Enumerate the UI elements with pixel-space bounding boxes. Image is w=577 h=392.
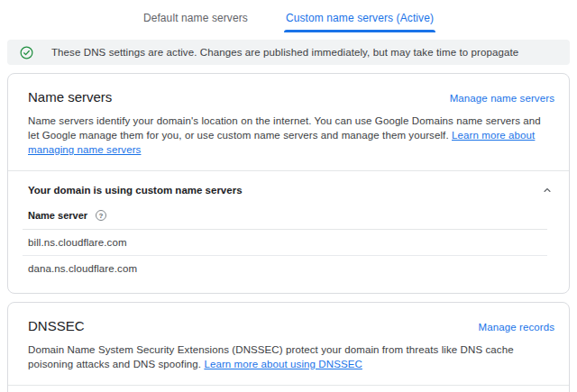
custom-name-servers-section: Your domain is using custom name servers [8, 171, 569, 206]
manage-name-servers-link[interactable]: Manage name servers [450, 93, 554, 104]
dnssec-description: Domain Name System Security Extensions (… [8, 333, 569, 385]
dns-active-banner: These DNS settings are active. Changes a… [7, 40, 570, 65]
help-icon[interactable]: ? [96, 210, 106, 221]
name-server-table: Name server ? bill.ns.cloudflare.com dan… [23, 206, 547, 281]
dnssec-card-header: DNSSEC Manage records [8, 303, 569, 333]
dnssec-title: DNSSEC [28, 318, 85, 333]
check-circle-icon [20, 46, 33, 59]
manage-records-link[interactable]: Manage records [479, 322, 555, 333]
custom-name-servers-section-title: Your domain is using custom name servers [28, 185, 243, 196]
content-area: These DNS settings are active. Changes a… [0, 38, 577, 392]
dnssec-empty-state: No DNSSEC records have been set up [8, 386, 569, 392]
collapse-section-button[interactable] [540, 183, 554, 197]
name-server-tabs: Default name servers Custom name servers… [0, 0, 577, 38]
banner-message: These DNS settings are active. Changes a… [51, 47, 518, 58]
chevron-up-icon [542, 185, 553, 196]
name-server-column-header: Name server [28, 210, 87, 221]
name-servers-card-header: Name servers Manage name servers [8, 74, 569, 105]
table-row: dana.ns.cloudflare.com [23, 256, 547, 281]
name-server-table-header: Name server ? [23, 206, 547, 230]
name-servers-card: Name servers Manage name servers Name se… [7, 73, 570, 294]
tab-default-name-servers[interactable]: Default name servers [142, 6, 250, 32]
name-servers-title: Name servers [28, 89, 112, 105]
name-servers-description: Name servers identify your domain's loca… [8, 105, 569, 170]
dnssec-card: DNSSEC Manage records Domain Name System… [7, 302, 570, 392]
table-row: bill.ns.cloudflare.com [23, 230, 547, 256]
learn-more-dnssec-link[interactable]: Learn more about using DNSSEC [204, 359, 362, 369]
dns-settings-page: Default name servers Custom name servers… [0, 0, 577, 392]
tab-custom-name-servers[interactable]: Custom name servers (Active) [284, 6, 435, 32]
